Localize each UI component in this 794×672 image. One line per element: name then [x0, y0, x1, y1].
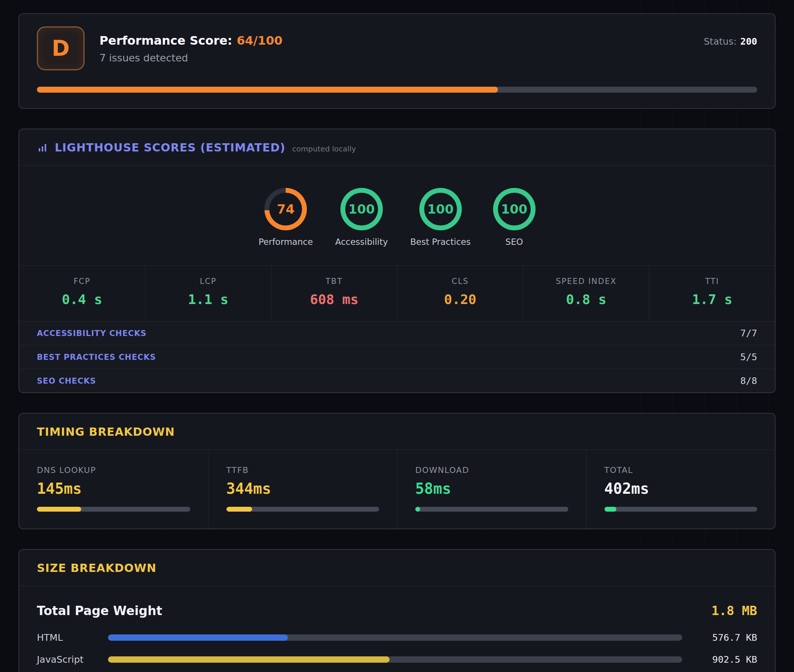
- gauge-inner: 74: [269, 193, 302, 226]
- gauge-inner: 100: [424, 193, 457, 226]
- grade-letter: D: [52, 36, 70, 61]
- timing-breakdown-card: TIMING BREAKDOWN DNS LOOKUP 145ms TTFB 3…: [19, 413, 775, 529]
- metric-tbt: TBT 608 ms: [271, 266, 397, 321]
- timing-bar-track: [37, 507, 190, 512]
- gauge-label: SEO: [505, 237, 523, 247]
- check-value: 7/7: [740, 328, 757, 339]
- total-page-weight-label: Total Page Weight: [37, 603, 162, 618]
- gauge-ring: 74: [265, 188, 307, 230]
- gauge-inner: 100: [498, 193, 531, 226]
- metric-value: 0.8 s: [523, 292, 649, 307]
- metric-value: 1.1 s: [145, 292, 271, 307]
- size-bar-track: [108, 634, 682, 641]
- gauge-value: 100: [501, 202, 527, 216]
- gauge-label: Performance: [258, 237, 313, 247]
- gauge-label: Accessibility: [335, 237, 388, 247]
- total-page-weight-value: 1.8 MB: [711, 603, 757, 618]
- timing-value: 344ms: [226, 480, 380, 497]
- status-code: 200: [740, 36, 757, 47]
- metric-value: 608 ms: [271, 292, 397, 307]
- gauge-value: 100: [427, 202, 454, 216]
- metric-label: FCP: [19, 277, 145, 286]
- metric-label: TBT: [271, 277, 397, 286]
- gauge-ring: 100: [340, 188, 383, 230]
- timing-value: 58ms: [415, 480, 568, 497]
- timing-bar-track: [605, 507, 757, 512]
- check-label: BEST PRACTICES CHECKS: [37, 353, 156, 362]
- score-titles: Performance Score:64/100 7 issues detect…: [99, 34, 282, 64]
- gauge-label: Best Practices: [411, 237, 471, 247]
- best-practices-checks-row: BEST PRACTICES CHECKS 5/5: [19, 345, 775, 369]
- lighthouse-subtitle: computed locally: [292, 144, 356, 153]
- timing-bar-track: [226, 507, 380, 512]
- check-label: SEO CHECKS: [37, 376, 96, 386]
- timing-title: TIMING BREAKDOWN: [37, 425, 175, 438]
- issues-detected-text: 7 issues detected: [99, 52, 282, 64]
- timing-bar-fill: [415, 507, 420, 512]
- web-vitals-metrics: FCP 0.4 s LCP 1.1 s TBT 608 ms CLS 0.20 …: [19, 265, 775, 321]
- size-header: SIZE BREAKDOWN: [19, 550, 775, 586]
- gauge-value: 100: [348, 202, 375, 216]
- timing-label: DNS LOOKUP: [37, 466, 190, 475]
- score-title-label: Performance Score:: [99, 34, 232, 48]
- timing-value: 145ms: [37, 480, 190, 497]
- score-summary-card: D Performance Score:64/100 7 issues dete…: [19, 13, 775, 109]
- grade-badge: D: [37, 26, 85, 70]
- timing-bar-fill: [37, 507, 81, 512]
- lighthouse-card: LIGHTHOUSE SCORES (ESTIMATED) computed l…: [19, 129, 775, 393]
- check-label: ACCESSIBILITY CHECKS: [37, 329, 147, 338]
- gauge-accessibility: 100 Accessibility: [335, 188, 388, 247]
- metric-speed-index: SPEED INDEX 0.8 s: [523, 266, 649, 321]
- gauge-ring: 100: [493, 188, 536, 230]
- metric-lcp: LCP 1.1 s: [145, 266, 271, 321]
- size-bar-fill: [108, 656, 390, 663]
- status-label: Status:: [704, 36, 737, 47]
- lighthouse-gauges: 74 Performance 100 Accessibility 100: [19, 166, 775, 265]
- gauge-value: 74: [277, 202, 295, 216]
- gauge-inner: 100: [345, 193, 378, 226]
- timing-value: 402ms: [605, 480, 757, 497]
- bar-chart-icon: [37, 142, 48, 153]
- size-row-html: HTML 576.7 KB: [37, 632, 757, 643]
- gauge-ring: 100: [419, 188, 462, 230]
- timing-ttfb: TTFB 344ms: [208, 450, 397, 529]
- size-bar-track: [108, 656, 682, 663]
- metric-value: 1.7 s: [650, 292, 775, 307]
- metric-cls: CLS 0.20: [397, 266, 523, 321]
- metric-fcp: FCP 0.4 s: [19, 266, 145, 321]
- size-row-javascript: JavaScript 902.5 KB: [37, 654, 757, 665]
- gauge-performance: 74 Performance: [258, 188, 313, 247]
- metric-label: LCP: [145, 277, 271, 286]
- size-title: SIZE BREAKDOWN: [37, 562, 156, 574]
- metric-label: TTI: [650, 277, 775, 286]
- performance-report-page: D Performance Score:64/100 7 issues dete…: [19, 0, 775, 672]
- timing-label: DOWNLOAD: [415, 466, 568, 475]
- timing-grid: DNS LOOKUP 145ms TTFB 344ms DOWNLOAD 58m…: [19, 450, 775, 529]
- size-row-value: 902.5 KB: [692, 654, 757, 665]
- size-row-value: 576.7 KB: [692, 632, 757, 643]
- check-value: 8/8: [740, 376, 757, 386]
- timing-header: TIMING BREAKDOWN: [19, 413, 775, 450]
- metric-tti: TTI 1.7 s: [649, 266, 775, 321]
- metric-label: SPEED INDEX: [523, 277, 649, 286]
- metric-value: 0.4 s: [19, 292, 145, 307]
- status-readout: Status:200: [704, 36, 757, 47]
- score-title: Performance Score:64/100: [99, 34, 282, 48]
- lighthouse-title: LIGHTHOUSE SCORES (ESTIMATED): [55, 141, 286, 154]
- size-bar-fill: [108, 634, 288, 641]
- gauge-seo: 100 SEO: [493, 188, 536, 247]
- timing-bar-fill: [605, 507, 617, 512]
- timing-bar-fill: [226, 507, 252, 512]
- gauge-best-practices: 100 Best Practices: [411, 188, 471, 247]
- score-summary-header: D Performance Score:64/100 7 issues dete…: [37, 26, 757, 70]
- timing-label: TTFB: [226, 466, 380, 475]
- seo-checks-row: SEO CHECKS 8/8: [19, 369, 775, 392]
- size-content: Total Page Weight 1.8 MB HTML 576.7 KB J…: [19, 586, 775, 672]
- timing-dns-lookup: DNS LOOKUP 145ms: [19, 450, 208, 529]
- score-progress-track: [37, 87, 757, 93]
- metric-value: 0.20: [397, 292, 523, 307]
- size-breakdown-card: SIZE BREAKDOWN Total Page Weight 1.8 MB …: [19, 549, 775, 672]
- metric-label: CLS: [397, 277, 523, 286]
- size-row-label: JavaScript: [37, 654, 98, 665]
- score-value: 64/100: [236, 34, 282, 48]
